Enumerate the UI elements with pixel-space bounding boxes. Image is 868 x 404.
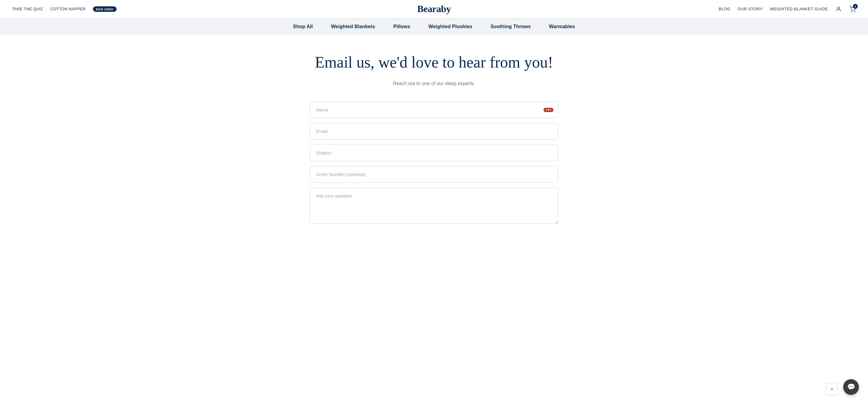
top-bar: TAKE THE QUIZ COTTON NAPPER best seller … [0,0,868,18]
name-input[interactable] [310,101,558,118]
name-field-wrapper [310,101,558,118]
account-icon [835,6,842,12]
contact-form [310,101,558,225]
take-quiz-link[interactable]: TAKE THE QUIZ [12,7,43,11]
nav-soothing-throws[interactable]: Soothing Throws [490,24,531,29]
autofill-icon [544,108,553,112]
best-seller-badge: best seller [93,6,117,12]
main-content: Email us, we'd love to hear from you! Re… [298,35,570,237]
nav-weighted-plushies[interactable]: Weighted Plushies [429,24,472,29]
guide-link[interactable]: WEIGHTED BLANKET GUIDE [770,7,828,11]
svg-point-0 [837,7,840,9]
email-input[interactable] [310,123,558,139]
autofill-dot-3 [550,109,551,111]
account-button[interactable] [835,6,842,12]
site-logo[interactable]: Bearaby [417,3,451,14]
nav-pillows[interactable]: Pillows [393,24,410,29]
our-story-link[interactable]: OUR STORY [738,7,763,11]
top-bar-right: BLOG OUR STORY WEIGHTED BLANKET GUIDE 1 [719,6,856,12]
page-subtitle: Reach out to one of our sleep experts. [310,81,558,86]
blog-link[interactable]: BLOG [719,7,731,11]
subject-field-wrapper [310,145,558,161]
email-field-wrapper [310,123,558,139]
order-field-wrapper [310,166,558,183]
cotton-napper-link[interactable]: COTTON NAPPER [50,7,86,11]
nav-warmables[interactable]: Warmables [549,24,575,29]
svg-point-2 [855,11,855,12]
top-bar-left: TAKE THE QUIZ COTTON NAPPER best seller [12,6,117,12]
page-title: Email us, we'd love to hear from you! [310,53,558,72]
nav-shop-all[interactable]: Shop All [293,24,313,29]
nav-bar: Shop All Weighted Blankets Pillows Weigh… [0,18,868,35]
autofill-dot-2 [548,109,549,111]
cart-count: 1 [853,4,858,9]
svg-point-1 [851,11,852,12]
subject-input[interactable] [310,145,558,161]
cart-button[interactable]: 1 [849,6,856,12]
order-number-input[interactable] [310,166,558,183]
question-textarea[interactable] [310,187,558,224]
autofill-dot-1 [546,109,547,111]
question-field-wrapper [310,187,558,225]
nav-weighted-blankets[interactable]: Weighted Blankets [331,24,375,29]
